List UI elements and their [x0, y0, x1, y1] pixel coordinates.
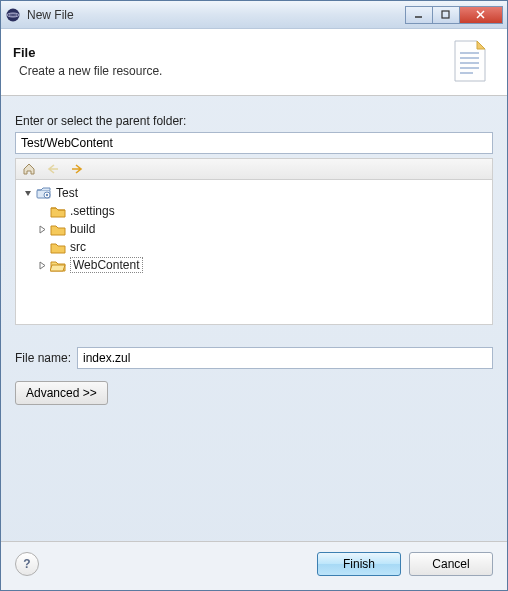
tree-label: src	[70, 240, 86, 254]
help-button[interactable]: ?	[15, 552, 39, 576]
svg-point-0	[7, 8, 20, 21]
minimize-button[interactable]	[405, 6, 433, 24]
forward-arrow-icon[interactable]	[68, 160, 86, 178]
expand-icon[interactable]	[36, 223, 48, 235]
collapse-icon[interactable]	[22, 187, 34, 199]
parent-folder-label: Enter or select the parent folder:	[15, 114, 493, 128]
new-file-icon	[447, 37, 495, 85]
folder-open-icon	[50, 257, 66, 273]
finish-button[interactable]: Finish	[317, 552, 401, 576]
window-title: New File	[27, 8, 406, 22]
file-name-input[interactable]	[77, 347, 493, 369]
footer: ? Finish Cancel	[1, 542, 507, 590]
dialog-window: New File File Create a new file resource…	[0, 0, 508, 591]
folder-tree[interactable]: Test ▸ .settings build ▸	[15, 180, 493, 325]
tree-node-build[interactable]: build	[18, 220, 490, 238]
advanced-button[interactable]: Advanced >>	[15, 381, 108, 405]
folder-icon	[50, 203, 66, 219]
tree-label: build	[70, 222, 95, 236]
tree-label: WebContent	[70, 257, 143, 273]
banner-subtitle: Create a new file resource.	[19, 64, 447, 78]
eclipse-icon	[5, 7, 21, 23]
tree-node-webcontent[interactable]: WebContent	[18, 256, 490, 274]
help-icon: ?	[23, 557, 30, 571]
tree-label: Test	[56, 186, 78, 200]
cancel-button[interactable]: Cancel	[409, 552, 493, 576]
folder-icon	[50, 239, 66, 255]
tree-node-src[interactable]: ▸ src	[18, 238, 490, 256]
titlebar[interactable]: New File	[1, 1, 507, 29]
home-icon[interactable]	[20, 160, 38, 178]
svg-point-14	[46, 194, 48, 196]
content-area: Enter or select the parent folder:	[1, 96, 507, 541]
expand-icon[interactable]	[36, 259, 48, 271]
tree-toolbar	[15, 158, 493, 180]
close-button[interactable]	[459, 6, 503, 24]
project-icon	[36, 185, 52, 201]
window-buttons	[406, 6, 503, 24]
maximize-button[interactable]	[432, 6, 460, 24]
back-arrow-icon[interactable]	[44, 160, 62, 178]
tree-node-test[interactable]: Test	[18, 184, 490, 202]
tree-label: .settings	[70, 204, 115, 218]
folder-icon	[50, 221, 66, 237]
svg-rect-4	[442, 11, 449, 18]
banner: File Create a new file resource.	[1, 29, 507, 96]
parent-folder-input[interactable]	[15, 132, 493, 154]
banner-title: File	[13, 45, 447, 60]
file-name-label: File name:	[15, 351, 71, 365]
tree-node-settings[interactable]: ▸ .settings	[18, 202, 490, 220]
